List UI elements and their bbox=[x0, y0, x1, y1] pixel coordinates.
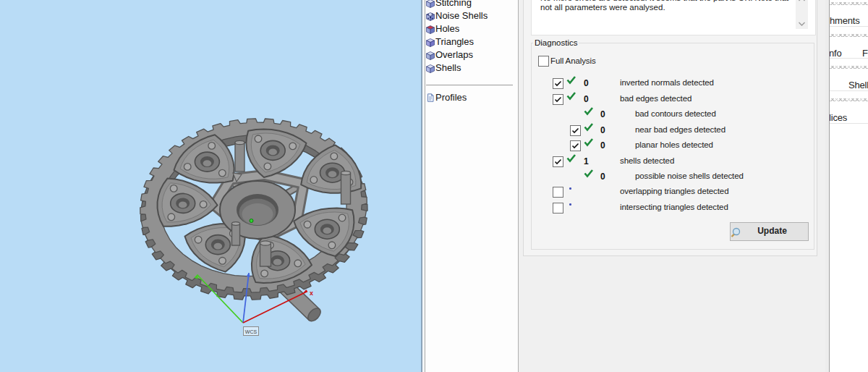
svg-text:WCS: WCS bbox=[245, 329, 258, 334]
svg-text:x: x bbox=[310, 289, 313, 297]
